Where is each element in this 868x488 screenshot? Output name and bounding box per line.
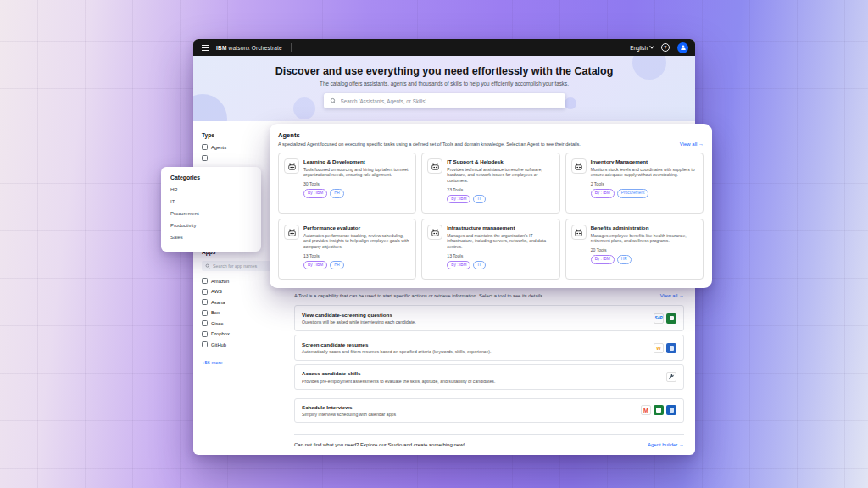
tool-description: Provides pre-employment assessments to e… [302,379,658,384]
agent-icon [427,225,442,240]
agent-icon [284,158,299,174]
agent-card-description: Tools focused on sourcing and hiring top… [303,167,410,178]
brand-label: IBM [216,45,227,51]
type-option-label: Agents [211,145,226,150]
tool-info: View candidate-screening questions Quest… [302,312,654,325]
tool-description: Automatically scans and filters resumes … [302,349,645,354]
app-option-label: AWS [211,289,222,294]
tool-info: Access candidate skills Provides pre-emp… [302,370,666,384]
agent-tags: By : IBM IT [447,195,554,203]
tag-category: HR [330,261,344,269]
catalog-search-input[interactable] [341,98,559,104]
agent-card-description: Monitors stock levels and coordinates wi… [591,167,698,178]
apps-search-bar[interactable] [202,261,276,271]
agent-card-infrastructure-management[interactable]: Infrastructure management Manages and ma… [421,219,559,280]
app-option-asana[interactable]: Asana [202,299,288,305]
category-item-sales[interactable]: Sales [170,235,252,240]
apps-see-more-link[interactable]: +56 more [202,360,223,365]
tools-view-all-link[interactable]: View all → [660,293,684,298]
tag-category: HR [330,189,344,197]
agents-title: Agents [278,131,670,139]
sap-logo-text: SAP [655,316,663,320]
category-item-procurement[interactable]: Procurement [170,211,252,216]
category-item-productivity[interactable]: Productivity [170,223,252,228]
checkbox-icon[interactable] [202,278,208,284]
agent-card-body: Learning & Development Tools focused on … [303,158,410,208]
view-all-label: View all [660,293,678,298]
agents-description: A specialized Agent focused on executing… [278,141,670,147]
tool-title: Access candidate skills [302,370,658,376]
category-item-it[interactable]: IT [170,199,252,204]
app-option-dropbox[interactable]: Dropbox [202,331,288,337]
help-button[interactable]: ? [661,43,670,52]
agent-card-it-support-helpdesk[interactable]: IT Support & Helpdesk Provides technical… [421,152,559,214]
app-option-box[interactable]: Box [202,310,288,316]
checkbox-icon[interactable] [202,331,208,337]
successfactors-icon [666,313,676,324]
tool-row-schedule-interviews[interactable]: Schedule Interviews Simplify interview s… [294,398,684,424]
agent-builder-link[interactable]: Agent builder → [648,442,684,447]
workday-logo-text: w [656,345,660,351]
page-background: IBM watsonx Orchestrate English ? [0,0,868,488]
arrow-right-icon: → [679,442,684,447]
decorative-circle [193,94,227,121]
agent-card-description: Manages employee benefits like health in… [591,233,698,244]
tool-app-icons [666,372,676,382]
agent-tools-count: 13 Tools [303,253,410,258]
agent-card-performance-evaluator[interactable]: Performance evaluator Automates performa… [278,219,416,280]
agent-card-inventory-management[interactable]: Inventory Management Monitors stock leve… [565,152,704,214]
tools-description: A Tool is a capability that can be used … [294,293,650,298]
agent-builder-label: Agent builder [648,442,677,447]
app-option-github[interactable]: GitHub [202,341,288,347]
app-window: IBM watsonx Orchestrate English ? [193,39,695,455]
catalog-footer: Can not find what you need? Explore our … [294,442,684,447]
agent-tools-count: 30 Tools [303,181,410,186]
checkbox-icon[interactable] [202,320,208,326]
gmail-logo-text: M [643,408,648,413]
app-option-label: Amazon [211,279,229,284]
app-option-label: Dropbox [211,331,230,336]
app-option-aws[interactable]: AWS [202,289,288,295]
language-selector[interactable]: English [630,45,654,51]
checkbox-icon[interactable] [202,155,208,161]
tools-header: A Tool is a capability that can be used … [294,293,684,298]
tool-title: Schedule Interviews [302,404,632,410]
checkbox-icon[interactable] [202,144,208,150]
app-option-label: GitHub [211,342,226,347]
checkbox-icon[interactable] [202,310,208,316]
avatar[interactable] [677,42,688,53]
page-subtitle: The catalog offers assistants, agents an… [193,80,695,86]
checkbox-icon[interactable] [202,341,208,347]
agent-card-learning-development[interactable]: Learning & Development Tools focused on … [278,152,416,214]
apps-search-input[interactable] [213,263,273,269]
page-title: Discover and use everything you need eff… [193,65,695,77]
search-icon [330,97,337,104]
chevron-down-icon [649,44,654,49]
category-item-hr[interactable]: HR [170,187,252,192]
agent-card-title: Performance evaluator [303,225,410,230]
tools-section: A Tool is a capability that can be used … [294,293,684,447]
agent-card-title: Benefits administration [591,225,698,230]
footer-divider [294,434,684,435]
menu-icon[interactable] [202,47,209,48]
catalog-search-bar[interactable] [324,93,565,108]
tools-icon [666,372,676,382]
checkbox-icon[interactable] [202,299,208,305]
agents-panel: Agents A specialized Agent focused on ex… [270,124,712,288]
agent-card-description: Automates performance tracking, review s… [303,233,410,250]
tool-title: Screen candidate resumes [302,341,645,347]
tag-by-ibm: By : IBM [303,261,327,269]
tool-row-screen-candidate-resumes[interactable]: Screen candidate resumes Automatically s… [294,335,684,361]
tool-row-access-candidate-skills[interactable]: Access candidate skills Provides pre-emp… [294,364,684,390]
agents-view-all-link[interactable]: View all → [680,141,704,147]
app-option-cisco[interactable]: Cisco [202,320,288,326]
tag-by-ibm: By : IBM [447,261,470,269]
tool-title: View candidate-screening questions [302,312,645,318]
tool-row-view-candidate-screening-questions[interactable]: View candidate-screening questions Quest… [294,305,684,331]
agent-card-description: Manages and maintains the organisation's… [447,233,554,250]
tool-description: Simplify interview scheduling with calen… [302,412,632,417]
tag-category: Procurement [617,189,648,197]
checkbox-icon[interactable] [202,289,208,295]
tool-app-icons: SAP [654,313,676,324]
agent-card-benefits-administration[interactable]: Benefits administration Manages employee… [565,219,704,280]
